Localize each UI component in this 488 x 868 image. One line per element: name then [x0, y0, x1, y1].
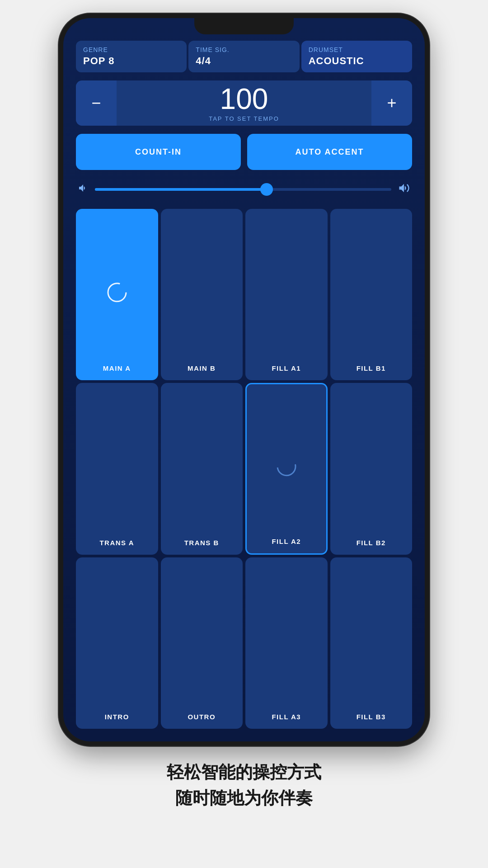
pad-fill-a2-icon — [275, 455, 298, 478]
tempo-value: 100 — [220, 85, 268, 113]
genre-label: GENRE — [83, 46, 179, 53]
pad-fill-b3-label: FILL B3 — [357, 713, 386, 721]
pad-grid: MAIN AMAIN BFILL A1FILL B1TRANS ATRANS B… — [76, 209, 412, 729]
pad-fill-a1-label: FILL A1 — [272, 364, 301, 372]
bottom-caption: 轻松智能的操控方式 随时随地为你伴奏 — [167, 760, 321, 811]
pad-fill-b1-label: FILL B1 — [357, 364, 386, 372]
auto-accent-button[interactable]: AUTO ACCENT — [247, 134, 412, 170]
pad-trans-a[interactable]: TRANS A — [76, 383, 158, 554]
pad-fill-a1[interactable]: FILL A1 — [245, 209, 328, 380]
genre-value: POP 8 — [83, 55, 179, 67]
tempo-decrease-button[interactable]: − — [76, 80, 117, 126]
pad-trans-a-label: TRANS A — [99, 539, 134, 547]
pad-main-a[interactable]: MAIN A — [76, 209, 158, 380]
timesig-value: 4/4 — [196, 55, 292, 67]
volume-slider-track[interactable] — [95, 188, 391, 191]
tempo-row: − 100 TAP TO SET TEMPO + — [76, 80, 412, 126]
timesig-card[interactable]: TIME SIG. 4/4 — [188, 41, 299, 72]
svg-point-0 — [108, 283, 126, 301]
feature-button-row: COUNT-IN AUTO ACCENT — [76, 134, 412, 170]
notch — [194, 18, 294, 34]
drumset-card[interactable]: DRUMSET ACOUSTIC — [301, 41, 412, 72]
volume-low-icon — [78, 183, 89, 196]
volume-slider-fill — [95, 188, 267, 191]
volume-high-icon — [398, 182, 410, 197]
pad-fill-a2-label: FILL A2 — [272, 538, 301, 545]
pad-fill-a2[interactable]: FILL A2 — [245, 383, 328, 554]
pad-fill-b3[interactable]: FILL B3 — [330, 557, 413, 729]
pad-outro-label: OUTRO — [188, 713, 216, 721]
pad-fill-b1[interactable]: FILL B1 — [330, 209, 413, 380]
top-row: GENRE POP 8 TIME SIG. 4/4 DRUMSET ACOUST… — [76, 41, 412, 72]
drumset-label: DRUMSET — [309, 46, 405, 53]
pad-intro-label: INTRO — [105, 713, 129, 721]
count-in-button[interactable]: COUNT-IN — [76, 134, 241, 170]
pad-main-a-icon — [105, 280, 129, 304]
pad-intro[interactable]: INTRO — [76, 557, 158, 729]
pad-trans-b-label: TRANS B — [184, 539, 219, 547]
pad-main-b[interactable]: MAIN B — [161, 209, 243, 380]
pad-main-b-label: MAIN B — [188, 364, 216, 372]
timesig-label: TIME SIG. — [196, 46, 292, 53]
pad-main-a-label: MAIN A — [103, 364, 131, 372]
pad-fill-a3-label: FILL A3 — [272, 713, 301, 721]
tempo-increase-button[interactable]: + — [371, 80, 412, 126]
pad-fill-b2[interactable]: FILL B2 — [330, 383, 413, 554]
volume-row — [76, 178, 412, 201]
caption-line2: 随时随地为你伴奏 — [167, 785, 321, 811]
drumset-value: ACOUSTIC — [309, 55, 405, 67]
phone-screen: GENRE POP 8 TIME SIG. 4/4 DRUMSET ACOUST… — [63, 18, 425, 741]
tempo-tap-area[interactable]: 100 TAP TO SET TEMPO — [117, 85, 371, 122]
phone-frame: GENRE POP 8 TIME SIG. 4/4 DRUMSET ACOUST… — [59, 14, 429, 746]
pad-fill-a3[interactable]: FILL A3 — [245, 557, 328, 729]
plus-icon: + — [387, 94, 396, 113]
pad-fill-b2-label: FILL B2 — [357, 539, 386, 547]
pad-outro[interactable]: OUTRO — [161, 557, 243, 729]
tempo-label: TAP TO SET TEMPO — [209, 115, 279, 122]
pad-trans-b[interactable]: TRANS B — [161, 383, 243, 554]
app-content: GENRE POP 8 TIME SIG. 4/4 DRUMSET ACOUST… — [63, 18, 425, 741]
minus-icon: − — [91, 94, 101, 113]
caption-line1: 轻松智能的操控方式 — [167, 760, 321, 785]
svg-point-1 — [277, 458, 296, 476]
genre-card[interactable]: GENRE POP 8 — [76, 41, 187, 72]
volume-slider-thumb[interactable] — [260, 183, 273, 196]
